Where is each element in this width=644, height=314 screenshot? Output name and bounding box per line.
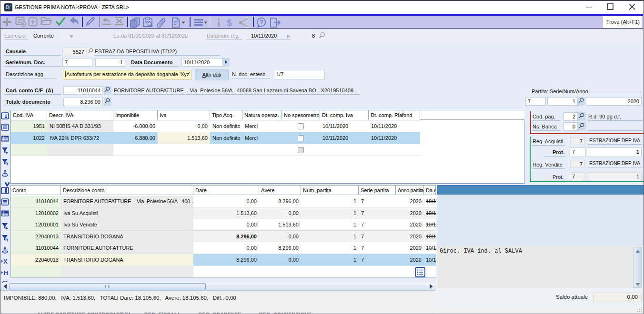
svg-text:$: $ <box>227 18 232 28</box>
svg-text:B: B <box>6 5 9 10</box>
svg-text:X: X <box>3 258 8 265</box>
svg-text:?: ? <box>260 19 263 26</box>
svg-text:H: H <box>4 269 8 276</box>
